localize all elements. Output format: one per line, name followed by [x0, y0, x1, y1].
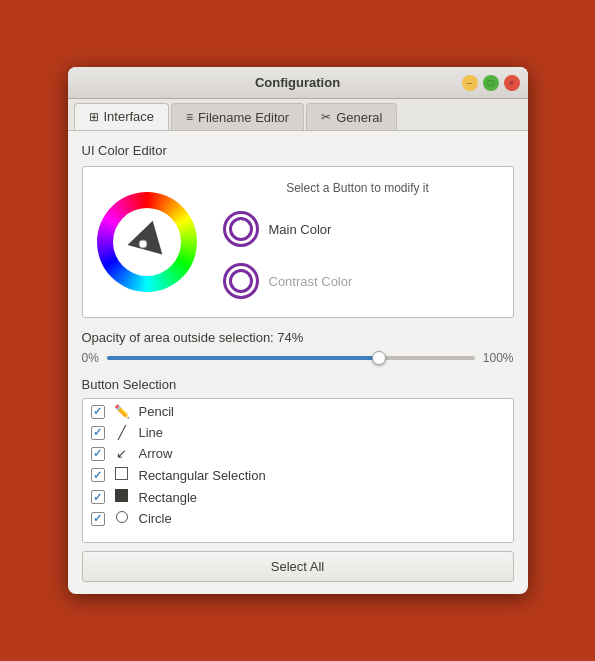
interface-tab-icon: ⊞ — [89, 110, 99, 124]
tab-general[interactable]: ✂ General — [306, 103, 397, 130]
main-color-button[interactable]: Main Color — [217, 207, 499, 251]
minimize-button[interactable]: – — [462, 75, 478, 91]
label-circle: Circle — [139, 511, 172, 526]
contrast-color-inner — [229, 269, 253, 293]
contrast-color-label: Contrast Color — [269, 274, 353, 289]
tab-general-label: General — [336, 110, 382, 125]
checkbox-line[interactable] — [91, 426, 105, 440]
list-item-pencil[interactable]: ✏️ Pencil — [83, 401, 513, 422]
checkbox-pencil[interactable] — [91, 405, 105, 419]
opacity-label: Opacity of area outside selection: 74% — [82, 330, 514, 345]
list-item-rect-selection[interactable]: Rectangular Selection — [83, 464, 513, 486]
list-item-rectangle[interactable]: Rectangle — [83, 486, 513, 508]
label-pencil: Pencil — [139, 404, 174, 419]
pencil-icon: ✏️ — [113, 404, 131, 419]
checkbox-rectangle[interactable] — [91, 490, 105, 504]
general-tab-icon: ✂ — [321, 110, 331, 124]
circle-icon — [113, 511, 131, 526]
slider-row: 0% 100% — [82, 351, 514, 365]
content-area: UI Color Editor — [68, 131, 528, 594]
line-icon: ╱ — [113, 425, 131, 440]
contrast-color-circle — [223, 263, 259, 299]
select-prompt: Select a Button to modify it — [217, 181, 499, 195]
button-selection-list: ✏️ Pencil ╱ Line ↙ Arrow — [82, 398, 514, 543]
main-color-label: Main Color — [269, 222, 332, 237]
configuration-window: Configuration – □ × ⊞ Interface ≡ Filena… — [68, 67, 528, 594]
slider-right-label: 100% — [483, 351, 514, 365]
list-item-line[interactable]: ╱ Line — [83, 422, 513, 443]
slider-thumb[interactable] — [372, 351, 386, 365]
ui-color-editor-label: UI Color Editor — [82, 143, 514, 158]
checkbox-circle[interactable] — [91, 512, 105, 526]
rect-selection-icon — [113, 467, 131, 483]
checkbox-rect-selection[interactable] — [91, 468, 105, 482]
tab-bar: ⊞ Interface ≡ Filename Editor ✂ General — [68, 99, 528, 131]
contrast-color-button[interactable]: Contrast Color — [217, 259, 499, 303]
close-button[interactable]: × — [504, 75, 520, 91]
list-item-arrow[interactable]: ↙ Arrow — [83, 443, 513, 464]
tab-interface[interactable]: ⊞ Interface — [74, 103, 170, 130]
color-editor-box: Select a Button to modify it Main Color … — [82, 166, 514, 318]
list-item-circle[interactable]: Circle — [83, 508, 513, 529]
slider-fill — [107, 356, 379, 360]
color-buttons-area: Select a Button to modify it Main Color … — [217, 181, 499, 303]
rectangle-icon — [113, 489, 131, 505]
button-selection-label: Button Selection — [82, 377, 514, 392]
opacity-slider[interactable] — [107, 356, 475, 360]
tab-filename-editor-label: Filename Editor — [198, 110, 289, 125]
titlebar: Configuration – □ × — [68, 67, 528, 99]
arrow-icon: ↙ — [113, 446, 131, 461]
label-arrow: Arrow — [139, 446, 173, 461]
window-title: Configuration — [255, 75, 340, 90]
slider-left-label: 0% — [82, 351, 99, 365]
label-line: Line — [139, 425, 164, 440]
main-color-circle — [223, 211, 259, 247]
maximize-button[interactable]: □ — [483, 75, 499, 91]
tab-interface-label: Interface — [104, 109, 155, 124]
tab-filename-editor[interactable]: ≡ Filename Editor — [171, 103, 304, 130]
main-color-inner — [229, 217, 253, 241]
filename-editor-tab-icon: ≡ — [186, 110, 193, 124]
color-wheel[interactable] — [97, 192, 197, 292]
label-rect-selection: Rectangular Selection — [139, 468, 266, 483]
window-controls: – □ × — [462, 75, 520, 91]
list-inner[interactable]: ✏️ Pencil ╱ Line ↙ Arrow — [83, 399, 513, 542]
checkbox-arrow[interactable] — [91, 447, 105, 461]
svg-point-7 — [139, 240, 147, 248]
select-all-button[interactable]: Select All — [82, 551, 514, 582]
label-rectangle: Rectangle — [139, 490, 198, 505]
